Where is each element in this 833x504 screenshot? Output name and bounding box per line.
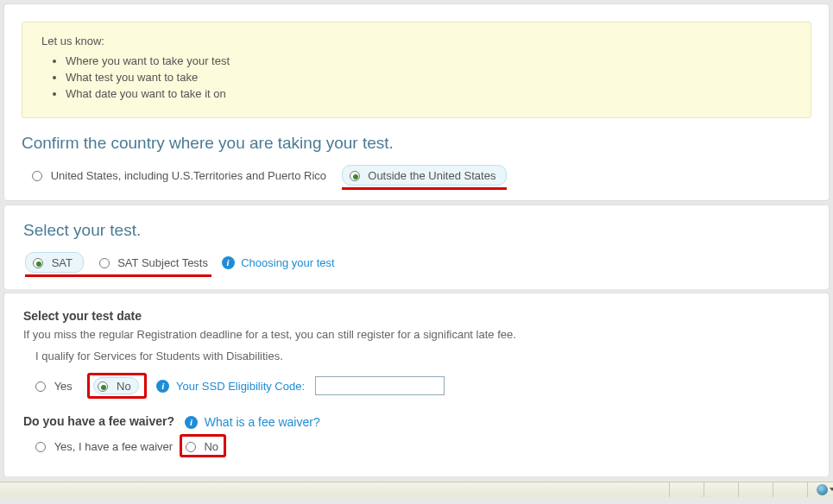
fee-option-label: No xyxy=(204,440,218,453)
ssd-label: I qualify for Services for Students with… xyxy=(35,350,811,362)
panel-test-date: Select your test date If you miss the re… xyxy=(3,293,830,476)
chevron-down-icon[interactable] xyxy=(830,488,833,491)
date-desc: If you miss the regular Registration dea… xyxy=(23,328,811,341)
info-list: Where you want to take your test What te… xyxy=(66,54,792,100)
info-box: Let us know: Where you want to take your… xyxy=(22,22,811,118)
info-lead: Let us know: xyxy=(41,35,792,47)
fee-question: Do you have a fee waiver? i What is a fe… xyxy=(23,414,811,429)
radio-icon xyxy=(99,258,110,268)
radio-icon xyxy=(32,171,42,181)
annotation-box: No xyxy=(87,373,146,399)
country-option-label: Outside the United States xyxy=(368,169,495,182)
ssd-row: Yes No i Your SSD Eligibility Code: xyxy=(35,373,811,399)
info-bullet: What date you want to take it on xyxy=(66,87,792,100)
ssd-option-yes[interactable]: Yes xyxy=(35,379,73,393)
ssd-code-label: Your SSD Eligibility Code: xyxy=(176,380,305,393)
country-option-outside[interactable]: Outside the United States xyxy=(342,165,508,186)
info-bullet: What test you want to take xyxy=(66,71,792,84)
ssd-code-input[interactable] xyxy=(315,376,445,395)
test-option-subject[interactable]: SAT Subject Tests xyxy=(99,255,208,269)
browser-statusbar xyxy=(0,482,833,497)
info-icon[interactable]: i xyxy=(156,380,169,393)
choosing-test-link[interactable]: Choosing your test xyxy=(241,256,334,269)
test-heading: Select your test. xyxy=(23,221,811,240)
radio-icon xyxy=(35,442,46,452)
radio-icon xyxy=(33,258,43,268)
radio-icon xyxy=(350,171,360,181)
country-option-us[interactable]: United States, including U.S.Territories… xyxy=(32,168,326,182)
info-icon[interactable]: i xyxy=(185,416,198,429)
ssd-option-label: No xyxy=(117,380,131,393)
fee-option-no[interactable]: No xyxy=(186,439,218,453)
panel-intro-country: Let us know: Where you want to take your… xyxy=(3,3,830,201)
panel-select-test: Select your test. SAT SAT Subject Tests … xyxy=(3,205,830,289)
annotation-underline: Outside the United States xyxy=(342,165,508,190)
country-radio-row: United States, including U.S.Territories… xyxy=(32,165,811,188)
fee-option-yes[interactable]: Yes, I have a fee waiver xyxy=(35,439,173,453)
ssd-option-label: Yes xyxy=(54,380,73,393)
country-option-label: United States, including U.S.Territories… xyxy=(51,169,326,182)
fee-question-text: Do you have a fee waiver? xyxy=(23,414,174,428)
radio-icon xyxy=(35,381,46,392)
date-heading: Select your test date xyxy=(23,309,811,323)
test-option-sat[interactable]: SAT xyxy=(25,252,84,273)
globe-icon[interactable] xyxy=(817,484,828,495)
radio-icon xyxy=(98,381,108,392)
annotation-underline: SAT SAT Subject Tests xyxy=(25,252,211,277)
radio-icon xyxy=(186,442,196,452)
test-option-label: SAT Subject Tests xyxy=(117,256,208,269)
test-option-label: SAT xyxy=(52,256,73,269)
country-heading: Confirm the country where you are taking… xyxy=(22,134,811,153)
annotation-box: No xyxy=(180,434,226,457)
info-icon[interactable]: i xyxy=(222,256,235,269)
ssd-option-no[interactable]: No xyxy=(93,377,138,394)
fee-waiver-link[interactable]: What is a fee waiver? xyxy=(205,415,320,429)
fee-option-label: Yes, I have a fee waiver xyxy=(54,440,174,453)
info-bullet: Where you want to take your test xyxy=(66,54,792,67)
fee-row: Yes, I have a fee waiver No xyxy=(35,434,811,457)
test-radio-row: SAT SAT Subject Tests i Choosing your te… xyxy=(25,252,811,275)
